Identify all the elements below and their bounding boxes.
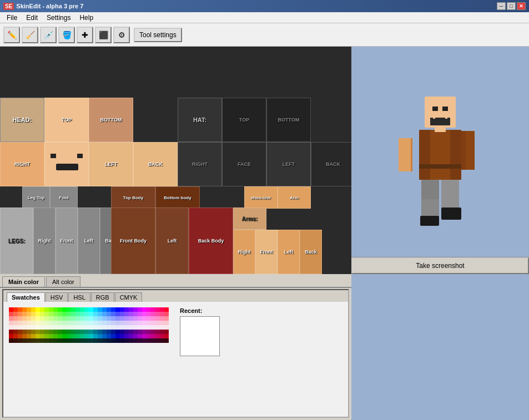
head-top[interactable]: TOP xyxy=(44,98,89,142)
minimize-button[interactable]: ─ xyxy=(497,2,506,10)
color-swatch[interactable] xyxy=(115,312,120,316)
leg-front[interactable]: Front xyxy=(56,208,78,274)
color-swatch[interactable] xyxy=(142,330,147,334)
color-swatch[interactable] xyxy=(147,334,151,338)
color-swatch[interactable] xyxy=(67,334,71,338)
color-swatch[interactable] xyxy=(155,330,160,334)
cmyk-tab[interactable]: CMYK xyxy=(115,292,143,302)
color-swatch[interactable] xyxy=(80,316,84,321)
color-swatch[interactable] xyxy=(164,316,169,321)
color-swatch[interactable] xyxy=(62,334,67,338)
color-swatch[interactable] xyxy=(58,325,62,330)
color-swatch[interactable] xyxy=(93,316,98,321)
color-swatch[interactable] xyxy=(93,321,98,325)
recent-color-cell[interactable] xyxy=(192,339,197,345)
eyedropper-tool-button[interactable]: 💉 xyxy=(40,27,57,43)
color-swatch[interactable] xyxy=(71,312,75,316)
color-swatch[interactable] xyxy=(120,321,124,325)
recent-color-cell[interactable] xyxy=(180,333,186,339)
color-swatch[interactable] xyxy=(18,325,22,330)
recent-color-cell[interactable] xyxy=(197,333,203,339)
leg-right[interactable]: Right xyxy=(33,208,56,274)
recent-color-cell[interactable] xyxy=(214,350,219,356)
color-swatch[interactable] xyxy=(75,316,80,321)
recent-color-cell[interactable] xyxy=(203,345,208,350)
arm-right[interactable]: Right xyxy=(233,230,255,274)
color-swatch[interactable] xyxy=(111,330,115,334)
color-swatch[interactable] xyxy=(98,330,102,334)
color-swatch[interactable] xyxy=(89,325,93,330)
hat-back[interactable]: BACK xyxy=(311,142,351,186)
color-swatch[interactable] xyxy=(27,312,31,316)
color-swatch[interactable] xyxy=(164,312,169,316)
recent-color-cell[interactable] xyxy=(192,322,197,328)
color-swatch[interactable] xyxy=(27,334,31,338)
recent-color-cell[interactable] xyxy=(192,317,197,322)
color-swatch[interactable] xyxy=(22,330,27,334)
color-swatch[interactable] xyxy=(147,325,151,330)
recent-color-cell[interactable] xyxy=(203,333,208,339)
recent-color-cell[interactable] xyxy=(192,345,197,350)
recent-color-cell[interactable] xyxy=(208,339,214,345)
color-swatch[interactable] xyxy=(102,321,107,325)
color-swatch[interactable] xyxy=(36,321,40,325)
fill-tool-button[interactable]: 🪣 xyxy=(58,27,75,43)
color-swatch[interactable] xyxy=(107,312,111,316)
color-swatch[interactable] xyxy=(111,338,115,343)
color-swatch[interactable] xyxy=(27,325,31,330)
color-swatch[interactable] xyxy=(67,312,71,316)
color-swatch[interactable] xyxy=(40,307,44,312)
color-swatch[interactable] xyxy=(84,330,89,334)
color-swatch[interactable] xyxy=(115,325,120,330)
color-swatch[interactable] xyxy=(31,321,36,325)
color-swatch[interactable] xyxy=(98,321,102,325)
color-swatch[interactable] xyxy=(80,330,84,334)
color-swatch[interactable] xyxy=(160,312,164,316)
arm-back[interactable]: Back xyxy=(300,230,322,274)
color-swatch[interactable] xyxy=(58,312,62,316)
leg-top[interactable]: Leg Top xyxy=(22,186,50,209)
color-swatch[interactable] xyxy=(129,330,133,334)
color-swatch[interactable] xyxy=(160,334,164,338)
head-right[interactable]: RIGHT xyxy=(0,142,44,186)
color-swatch[interactable] xyxy=(93,338,98,343)
tool-settings-button[interactable]: Tool settings xyxy=(134,28,182,42)
recent-color-cell[interactable] xyxy=(186,350,192,356)
color-swatch[interactable] xyxy=(80,334,84,338)
color-swatch[interactable] xyxy=(18,330,22,334)
color-swatch[interactable] xyxy=(58,330,62,334)
hsv-tab[interactable]: HSV xyxy=(46,292,68,302)
recent-color-cell[interactable] xyxy=(208,345,214,350)
recent-color-cell[interactable] xyxy=(197,317,203,322)
color-swatch[interactable] xyxy=(27,321,31,325)
color-swatch[interactable] xyxy=(53,321,58,325)
color-swatch[interactable] xyxy=(71,316,75,321)
color-swatch[interactable] xyxy=(129,321,133,325)
color-swatch[interactable] xyxy=(142,316,147,321)
color-swatch[interactable] xyxy=(36,338,40,343)
color-swatch[interactable] xyxy=(115,321,120,325)
color-swatch[interactable] xyxy=(102,307,107,312)
color-swatch[interactable] xyxy=(58,321,62,325)
body-left-side[interactable]: Left xyxy=(155,208,189,274)
color-swatch[interactable] xyxy=(80,338,84,343)
color-swatch[interactable] xyxy=(9,316,13,321)
body-back[interactable]: Back Body xyxy=(189,208,233,274)
color-swatch[interactable] xyxy=(31,307,36,312)
pencil-tool-button[interactable]: ✏️ xyxy=(3,27,20,43)
color-swatch[interactable] xyxy=(155,321,160,325)
color-swatch[interactable] xyxy=(53,338,58,343)
hat-left[interactable]: LEFT xyxy=(266,142,311,186)
body-top[interactable]: Top Body xyxy=(111,186,155,209)
color-swatch[interactable] xyxy=(58,338,62,343)
color-swatch[interactable] xyxy=(133,316,138,321)
color-swatch[interactable] xyxy=(98,316,102,321)
color-swatch[interactable] xyxy=(164,334,169,338)
recent-color-cell[interactable] xyxy=(214,328,219,333)
color-swatch[interactable] xyxy=(71,330,75,334)
hat-top[interactable]: TOP xyxy=(222,98,266,142)
color-swatch[interactable] xyxy=(138,325,142,330)
color-swatch[interactable] xyxy=(115,338,120,343)
color-swatch[interactable] xyxy=(138,330,142,334)
foot[interactable]: Foot xyxy=(50,186,78,209)
